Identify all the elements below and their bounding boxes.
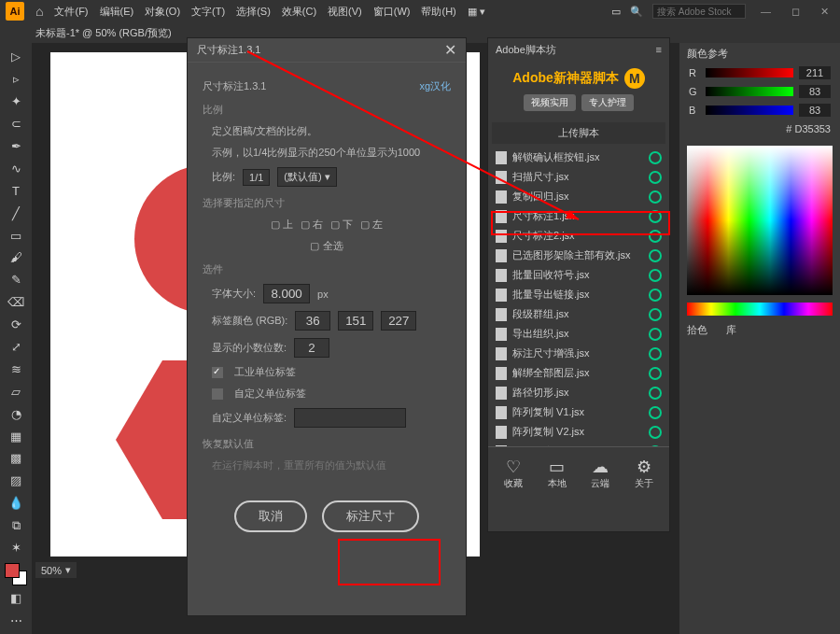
script-item[interactable]: 批量导出链接.jsx xyxy=(488,285,669,304)
cb-industrial-unit[interactable] xyxy=(212,367,223,378)
script-item[interactable]: 导出组织.jsx xyxy=(488,324,669,344)
download-icon[interactable] xyxy=(649,426,662,439)
g-slider[interactable] xyxy=(706,87,793,96)
close-icon[interactable]: ✕ xyxy=(815,6,834,18)
script-item[interactable]: 解锁确认框按钮.jsx xyxy=(488,148,669,167)
script-item[interactable]: 尺寸标注2.jsx xyxy=(488,226,669,246)
menu-effect[interactable]: 效果(C) xyxy=(282,5,316,19)
menu-edit[interactable]: 编辑(E) xyxy=(100,5,134,19)
script-item[interactable]: 解绑全部图层.jsx xyxy=(488,363,669,383)
decimals-input[interactable] xyxy=(294,338,329,358)
cancel-button[interactable]: 取消 xyxy=(234,500,307,532)
ratio-select[interactable]: 1/1 xyxy=(243,169,270,186)
search-icon[interactable]: 🔍 xyxy=(630,6,643,18)
download-icon[interactable] xyxy=(649,347,662,360)
rotate-tool[interactable]: ⟳ xyxy=(3,315,29,335)
bottom-local[interactable]: ▭本地 xyxy=(548,457,567,490)
download-icon[interactable] xyxy=(649,190,662,204)
swatches-tab[interactable]: 拾色 xyxy=(687,323,707,337)
dialog-close-button[interactable]: ✕ xyxy=(444,41,456,59)
bottom-about[interactable]: ⚙关于 xyxy=(635,457,653,490)
home-icon[interactable]: ⌂ xyxy=(35,4,43,19)
download-icon[interactable] xyxy=(649,249,662,262)
color-picker[interactable] xyxy=(687,146,833,295)
script-item[interactable]: 阵列复制 V1.jsx xyxy=(488,402,669,422)
banner-btn-2[interactable]: 专人护理 xyxy=(581,94,634,111)
panel-menu-icon[interactable]: ≡ xyxy=(656,44,662,55)
more-tools[interactable]: ⋯ xyxy=(3,610,29,630)
cb-top[interactable]: ▢ 上 xyxy=(271,218,293,232)
menu-window[interactable]: 窗口(W) xyxy=(373,5,411,19)
script-item[interactable]: 路径切形.jsx xyxy=(488,383,669,402)
mesh-tool[interactable]: ▩ xyxy=(3,448,29,469)
layout-icon[interactable]: ▭ xyxy=(611,6,621,18)
b-slider[interactable] xyxy=(706,106,793,115)
type-tool[interactable]: T xyxy=(3,180,29,201)
pencil-tool[interactable]: ✎ xyxy=(3,270,29,290)
color-g-input[interactable] xyxy=(338,311,373,331)
menu-object[interactable]: 对象(O) xyxy=(145,5,180,19)
eraser-tool[interactable]: ⌫ xyxy=(3,292,29,313)
font-size-input[interactable] xyxy=(263,284,310,303)
hex-value[interactable]: D35353 xyxy=(794,123,831,134)
cb-custom-unit[interactable] xyxy=(212,388,223,400)
free-transform-tool[interactable]: ▱ xyxy=(3,381,29,402)
zoom-level[interactable]: 50%▾ xyxy=(35,562,77,578)
script-list[interactable]: 解锁确认框按钮.jsx扫描尺寸.jsx复制回归.jsx尺寸标注1.jsx尺寸标注… xyxy=(488,148,669,446)
script-item[interactable]: 已选图形架除主部有效.jsx xyxy=(488,246,669,265)
library-tab[interactable]: 库 xyxy=(726,323,736,337)
direct-select-tool[interactable]: ▹ xyxy=(3,69,29,90)
pen-tool[interactable]: ✒ xyxy=(3,136,29,157)
screen-mode-tool[interactable]: ◧ xyxy=(3,587,29,608)
wand-tool[interactable]: ✦ xyxy=(3,92,29,112)
download-icon[interactable] xyxy=(649,387,662,400)
script-item[interactable]: 复制回归.jsx xyxy=(488,187,669,206)
hue-strip[interactable] xyxy=(687,303,833,316)
menu-file[interactable]: 文件(F) xyxy=(54,5,88,19)
eyedropper-tool[interactable]: 💧 xyxy=(3,493,29,514)
download-icon[interactable] xyxy=(649,269,662,282)
color-r-input[interactable] xyxy=(295,311,330,331)
width-tool[interactable]: ≋ xyxy=(3,359,29,379)
download-icon[interactable] xyxy=(649,328,662,341)
g-value[interactable]: 83 xyxy=(799,85,831,98)
color-b-input[interactable] xyxy=(381,311,416,331)
menu-help[interactable]: 帮助(H) xyxy=(421,5,455,19)
download-icon[interactable] xyxy=(649,171,662,184)
download-icon[interactable] xyxy=(649,230,662,243)
menu-view[interactable]: 视图(V) xyxy=(328,5,362,19)
script-item[interactable]: 尺寸标注1.jsx xyxy=(488,206,669,226)
r-slider[interactable] xyxy=(706,68,793,77)
blend-tool[interactable]: ⧉ xyxy=(3,515,29,536)
minimize-icon[interactable]: — xyxy=(755,6,777,17)
cb-select-all[interactable]: ▢ 全选 xyxy=(310,239,343,253)
search-input[interactable] xyxy=(652,4,746,19)
scale-tool[interactable]: ⤢ xyxy=(3,337,29,358)
perspective-tool[interactable]: ▦ xyxy=(3,426,29,446)
gradient-tool[interactable]: ▨ xyxy=(3,471,29,491)
rect-tool[interactable]: ▭ xyxy=(3,225,29,246)
cb-bottom[interactable]: ▢ 下 xyxy=(330,218,353,232)
banner-btn-1[interactable]: 视频实用 xyxy=(524,94,576,111)
cb-left[interactable]: ▢ 左 xyxy=(360,218,383,232)
color-swatch[interactable] xyxy=(5,563,27,585)
chevron-down-icon[interactable]: ▾ xyxy=(65,564,71,576)
symbol-tool[interactable]: ✶ xyxy=(3,538,29,558)
brush-tool[interactable]: 🖌 xyxy=(3,247,29,268)
download-icon[interactable] xyxy=(649,367,662,380)
menu-select[interactable]: 选择(S) xyxy=(236,5,271,19)
download-icon[interactable] xyxy=(649,406,662,419)
bottom-cloud[interactable]: ☁云端 xyxy=(591,457,609,490)
download-icon[interactable] xyxy=(649,210,662,223)
script-item[interactable]: 标注尺寸增强.jsx xyxy=(488,344,669,363)
curve-tool[interactable]: ∿ xyxy=(3,158,29,178)
workspace-icon[interactable]: ▦ ▾ xyxy=(468,6,485,18)
b-value[interactable]: 83 xyxy=(799,104,831,117)
script-item[interactable]: 阵列复制 V2.jsx xyxy=(488,422,669,442)
shape-builder-tool[interactable]: ◔ xyxy=(3,403,29,424)
script-item[interactable]: 段级群组.jsx xyxy=(488,304,669,324)
lasso-tool[interactable]: ⊂ xyxy=(3,114,29,134)
menu-text[interactable]: 文字(T) xyxy=(191,5,225,19)
ratio-default-select[interactable]: (默认值) ▾ xyxy=(277,167,336,187)
line-tool[interactable]: ╱ xyxy=(3,203,29,223)
